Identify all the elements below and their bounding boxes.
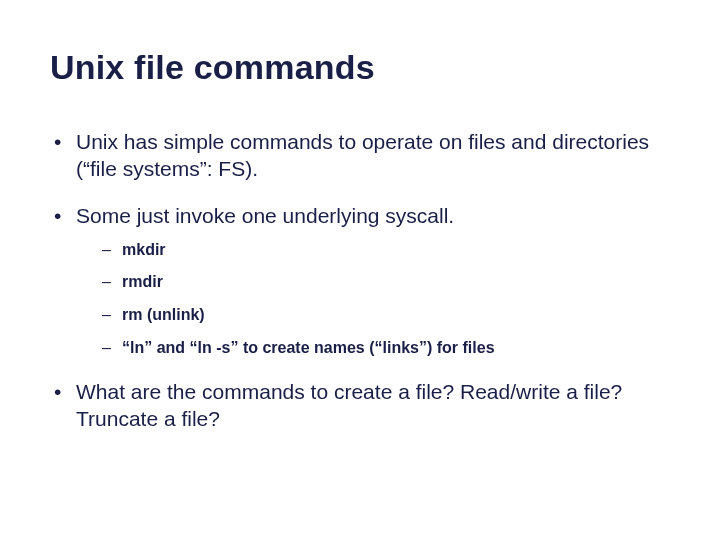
slide: Unix file commands Unix has simple comma…: [0, 0, 720, 540]
sub-bullet-item: mkdir: [76, 240, 670, 261]
bullet-text: Some just invoke one underlying syscall.: [76, 204, 454, 227]
bullet-item: Some just invoke one underlying syscall.…: [50, 203, 670, 359]
sub-bullet-text: mkdir: [122, 241, 166, 258]
bullet-item: What are the commands to create a file? …: [50, 379, 670, 433]
bullet-list: Unix has simple commands to operate on f…: [50, 129, 670, 433]
bullet-item: Unix has simple commands to operate on f…: [50, 129, 670, 183]
bullet-text: What are the commands to create a file? …: [76, 380, 622, 430]
slide-title: Unix file commands: [50, 48, 670, 87]
sub-bullet-item: “ln” and “ln -s” to create names (“links…: [76, 338, 670, 359]
sub-bullet-text: “ln” and “ln -s” to create names (“links…: [122, 339, 495, 356]
bullet-text: Unix has simple commands to operate on f…: [76, 130, 649, 180]
sub-bullet-item: rmdir: [76, 272, 670, 293]
sub-bullet-item: rm (unlink): [76, 305, 670, 326]
sub-bullet-list: mkdir rmdir rm (unlink) “ln” and “ln -s”…: [76, 240, 670, 359]
sub-bullet-text: rm (unlink): [122, 306, 205, 323]
sub-bullet-text: rmdir: [122, 273, 163, 290]
